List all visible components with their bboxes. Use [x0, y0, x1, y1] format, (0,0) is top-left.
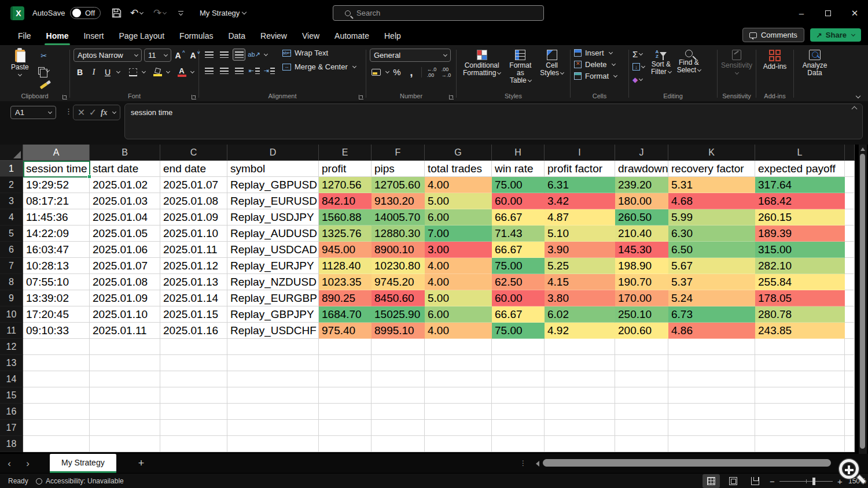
cancel-entry-button[interactable]: ✕ — [78, 107, 85, 118]
decrease-indent-button[interactable]: ⇤ — [248, 65, 260, 77]
cell-D3[interactable]: Replay_EURUSD — [227, 193, 319, 209]
cell-I4[interactable]: 4.87 — [545, 209, 615, 225]
cell-I16[interactable] — [545, 404, 615, 420]
middle-align-button[interactable] — [218, 49, 230, 61]
cell-B1[interactable]: start date — [90, 161, 160, 177]
cell-B17[interactable] — [90, 420, 160, 436]
cell-L9[interactable]: 178.05 — [755, 290, 845, 306]
row-header-5[interactable]: 5 — [0, 225, 23, 242]
cell-L18[interactable] — [755, 436, 845, 452]
cell-B16[interactable] — [90, 404, 160, 420]
collapse-ribbon-button[interactable] — [856, 94, 860, 98]
tab-scroll-kebab[interactable]: ⋮ — [520, 462, 527, 465]
cell-J9[interactable]: 170.00 — [615, 290, 668, 306]
cell-F7[interactable]: 10230.80 — [372, 258, 425, 274]
cell-A11[interactable]: 09:10:33 — [23, 323, 90, 339]
cell-C5[interactable]: 2025.01.10 — [160, 225, 227, 242]
underline-button[interactable]: U — [101, 66, 114, 78]
cell-C3[interactable]: 2025.01.08 — [160, 193, 227, 209]
cell-I11[interactable]: 4.92 — [545, 323, 615, 339]
italic-button[interactable]: I — [87, 66, 100, 78]
cell-E12[interactable] — [319, 339, 372, 355]
row-header-6[interactable]: 6 — [0, 242, 23, 258]
cell-L8[interactable]: 255.84 — [755, 274, 845, 290]
center-button[interactable] — [218, 65, 230, 77]
borders-button[interactable] — [127, 66, 139, 78]
cell-A15[interactable] — [23, 387, 90, 404]
cell-A6[interactable]: 16:03:47 — [23, 242, 90, 258]
bottom-align-button[interactable] — [233, 49, 245, 61]
comma-style-button[interactable]: , — [405, 66, 418, 78]
cell-D13[interactable] — [227, 355, 319, 371]
select-all-button[interactable] — [0, 145, 23, 161]
cell-H7[interactable]: 75.00 — [492, 258, 545, 274]
cell-F2[interactable]: 12705.60 — [372, 177, 425, 193]
cell-F11[interactable]: 8995.10 — [372, 323, 425, 339]
zoom-in-button[interactable]: + — [837, 474, 843, 488]
tab-review[interactable]: Review — [253, 27, 295, 45]
minimize-button[interactable]: – — [788, 0, 815, 26]
cell-D4[interactable]: Replay_USDJPY — [227, 209, 319, 225]
cell-E17[interactable] — [319, 420, 372, 436]
page-break-view-button[interactable] — [746, 474, 764, 488]
zoom-out-button[interactable]: − — [770, 474, 775, 488]
tab-file[interactable]: File — [10, 27, 39, 45]
font-size-select[interactable]: 11 — [144, 49, 171, 62]
cell-G7[interactable]: 4.00 — [425, 258, 492, 274]
increase-indent-button[interactable]: ⇥ — [263, 65, 275, 77]
cell-K14[interactable] — [668, 371, 755, 387]
copy-button[interactable] — [38, 65, 50, 77]
cell-G11[interactable]: 4.00 — [425, 323, 492, 339]
autosum-button[interactable]: Σ — [632, 49, 645, 60]
cell-D15[interactable] — [227, 387, 319, 404]
cell-C9[interactable]: 2025.01.14 — [160, 290, 227, 306]
cell-A16[interactable] — [23, 404, 90, 420]
cell-K7[interactable]: 5.67 — [668, 258, 755, 274]
font-name-select[interactable]: Aptos Narrow — [73, 49, 142, 62]
number-format-select[interactable]: General — [370, 49, 451, 62]
sort-filter-button[interactable]: AZ Sort &Filter — [648, 49, 674, 77]
cell-G13[interactable] — [425, 355, 492, 371]
cell-F4[interactable]: 14005.70 — [372, 209, 425, 225]
cell-F12[interactable] — [372, 339, 425, 355]
cell-D18[interactable] — [227, 436, 319, 452]
insert-function-button[interactable]: fx — [101, 108, 108, 117]
cell-K15[interactable] — [668, 387, 755, 404]
cell-C16[interactable] — [160, 404, 227, 420]
autosave-toggle[interactable]: Off — [65, 0, 101, 26]
cell-A13[interactable] — [23, 355, 90, 371]
cell-E2[interactable]: 1270.56 — [319, 177, 372, 193]
cell-I7[interactable]: 5.25 — [545, 258, 615, 274]
cell-K11[interactable]: 4.86 — [668, 323, 755, 339]
cell-F16[interactable] — [372, 404, 425, 420]
cell-F3[interactable]: 9130.20 — [372, 193, 425, 209]
cell-B14[interactable] — [90, 371, 160, 387]
cell-G10[interactable]: 6.00 — [425, 306, 492, 323]
cell-H11[interactable]: 75.00 — [492, 323, 545, 339]
name-box[interactable]: A1 — [10, 106, 56, 119]
cell-F17[interactable] — [372, 420, 425, 436]
cell-A8[interactable]: 07:55:10 — [23, 274, 90, 290]
cell-E18[interactable] — [319, 436, 372, 452]
cell-E11[interactable]: 975.40 — [319, 323, 372, 339]
cell-C7[interactable]: 2025.01.12 — [160, 258, 227, 274]
cell-K17[interactable] — [668, 420, 755, 436]
tab-view[interactable]: View — [295, 27, 327, 45]
row-header-16[interactable]: 16 — [0, 404, 23, 420]
vertical-scroll-thumb[interactable] — [860, 154, 865, 449]
accessibility-status[interactable]: Accessibility: Unavailable — [36, 474, 124, 488]
cell-C11[interactable]: 2025.01.16 — [160, 323, 227, 339]
cell-K6[interactable]: 6.50 — [668, 242, 755, 258]
font-dialog-launcher[interactable] — [192, 95, 196, 99]
cell-K18[interactable] — [668, 436, 755, 452]
tab-page-layout[interactable]: Page Layout — [111, 27, 172, 45]
cell-J14[interactable] — [615, 371, 668, 387]
cell-A7[interactable]: 10:28:13 — [23, 258, 90, 274]
tab-data[interactable]: Data — [220, 27, 253, 45]
cell-H6[interactable]: 66.67 — [492, 242, 545, 258]
cell-D10[interactable]: Replay_GBPJPY — [227, 306, 319, 323]
cell-E6[interactable]: 945.00 — [319, 242, 372, 258]
cell-F15[interactable] — [372, 387, 425, 404]
cell-H17[interactable] — [492, 420, 545, 436]
cell-B6[interactable]: 2025.01.06 — [90, 242, 160, 258]
